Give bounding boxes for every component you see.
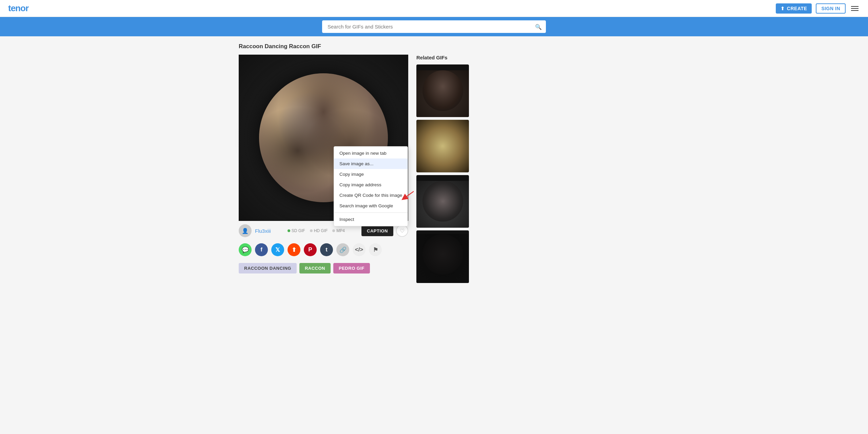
related-gifs-list (416, 64, 469, 283)
heart-button[interactable]: ♡ (396, 225, 408, 237)
format-mp4[interactable]: MP4 (332, 228, 345, 233)
tag-raccoon-dancing[interactable]: RACCOON DANCING (239, 263, 297, 273)
svg-line-1 (404, 191, 414, 198)
create-button[interactable]: ⬆ CREATE (776, 3, 812, 14)
page-title: Raccoon Dancing Raccon GIF (239, 43, 629, 50)
search-input[interactable] (322, 20, 546, 33)
menu-line-2 (851, 8, 859, 9)
sd-dot (288, 229, 290, 232)
context-menu-item-open-new-tab[interactable]: Open image in new tab (334, 148, 408, 158)
share-facebook-button[interactable]: f (255, 243, 268, 256)
header: tenor ⬆ CREATE SIGN IN (0, 0, 868, 17)
share-twitter-button[interactable]: 𝕏 (271, 243, 284, 256)
context-menu: Open image in new tab Save image as... C… (334, 146, 408, 226)
hd-dot (310, 229, 313, 232)
username[interactable]: Flu3xiii (255, 228, 271, 234)
hd-label: HD GIF (314, 228, 328, 233)
search-bar: 🔍 (0, 17, 868, 36)
context-menu-divider (334, 212, 408, 213)
share-pinterest-button[interactable]: P (304, 243, 317, 256)
search-container: 🔍 (322, 20, 546, 33)
related-gif-inner-2 (416, 120, 469, 172)
create-label: CREATE (787, 6, 807, 11)
caption-button[interactable]: CAPTION (361, 226, 393, 236)
related-gif-1[interactable] (416, 64, 469, 117)
avatar: 👤 (239, 224, 252, 237)
context-menu-item-search-google[interactable]: Search image with Google (334, 201, 408, 211)
header-controls: ⬆ CREATE SIGN IN (776, 3, 860, 14)
context-menu-item-qr[interactable]: Create QR Code for this image (334, 190, 408, 201)
user-info: 👤 Flu3xiii (239, 224, 271, 237)
mp4-label: MP4 (336, 228, 345, 233)
context-menu-item-copy-address[interactable]: Copy image address (334, 180, 408, 190)
share-code-button[interactable]: </> (353, 243, 366, 256)
sd-label: SD GIF (292, 228, 305, 233)
share-message-button[interactable]: 💬 (239, 243, 252, 256)
red-arrow (400, 189, 417, 204)
gif-area: Open image in new tab Save image as... C… (239, 55, 408, 273)
format-options: SD GIF HD GIF MP4 (288, 228, 345, 233)
upload-icon: ⬆ (781, 6, 785, 11)
tag-pedro-gif[interactable]: PEDRO GIF (333, 263, 370, 273)
related-gif-3[interactable] (416, 175, 469, 228)
menu-line-1 (851, 6, 859, 7)
related-gif-2[interactable] (416, 120, 469, 172)
share-reddit-button[interactable]: ⬆ (288, 243, 300, 256)
related-gif-4[interactable] (416, 230, 469, 283)
related-title: Related GIFs (416, 55, 469, 60)
context-menu-item-copy[interactable]: Copy image (334, 169, 408, 180)
related-section: Related GIFs (416, 55, 469, 283)
share-flag-button[interactable]: ⚑ (369, 243, 382, 256)
tags-section: RACCOON DANCING RACCON PEDRO GIF (239, 263, 408, 273)
format-hd-gif[interactable]: HD GIF (310, 228, 328, 233)
mini-circle-4 (422, 234, 463, 275)
context-menu-item-inspect[interactable]: Inspect (334, 214, 408, 225)
logo[interactable]: tenor (8, 3, 28, 14)
menu-line-3 (851, 10, 859, 11)
mini-circle-3 (422, 181, 463, 222)
mini-circle-1 (422, 70, 463, 111)
share-tumblr-button[interactable]: t (320, 243, 333, 256)
tag-raccon[interactable]: RACCON (299, 263, 331, 273)
related-gif-inner-1 (416, 70, 469, 117)
format-sd-gif[interactable]: SD GIF (288, 228, 305, 233)
related-gif-inner-3 (416, 181, 469, 228)
share-section: 💬 f 𝕏 ⬆ P t 🔗 </> ⚑ (239, 243, 408, 256)
main-content: Raccoon Dancing Raccon GIF Open image in… (231, 36, 637, 290)
context-menu-item-save[interactable]: Save image as... (334, 158, 408, 169)
related-gif-inner-4 (416, 234, 469, 283)
signin-button[interactable]: SIGN IN (816, 3, 846, 14)
content-area: Open image in new tab Save image as... C… (239, 55, 629, 283)
search-icon[interactable]: 🔍 (535, 23, 542, 30)
menu-button[interactable] (850, 5, 860, 12)
gif-container: Open image in new tab Save image as... C… (239, 55, 408, 221)
action-buttons: CAPTION ♡ (361, 225, 408, 237)
mp4-dot (332, 229, 335, 232)
share-link-button[interactable]: 🔗 (336, 243, 349, 256)
